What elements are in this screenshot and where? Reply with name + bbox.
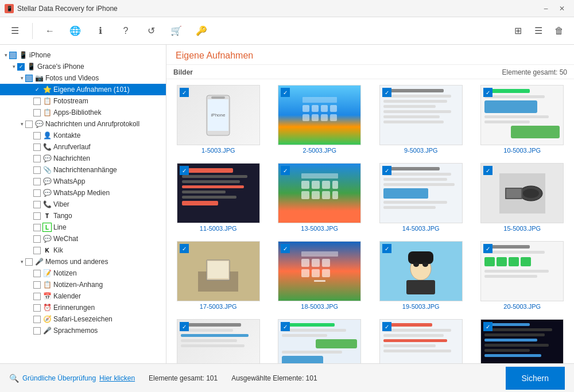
checkbox-device[interactable] [17,63,25,71]
image-thumb[interactable] [278,319,361,363]
item-checkbox[interactable] [382,166,391,175]
sidebar-item-kalender[interactable]: 📅 Kalender [0,290,166,302]
checkbox-safari[interactable] [33,316,41,323]
item-checkbox[interactable] [382,244,391,253]
sidebar-item-kontakte[interactable]: 👤 Kontakte [0,130,166,141]
sidebar-item-wechat[interactable]: 💬 WeChat [0,233,166,244]
sidebar-item-viber[interactable]: 📞 Viber [0,199,166,210]
item-checkbox[interactable] [281,244,290,253]
sidebar-item-eigene-aufnahmen[interactable]: ⭐ Eigene Aufnahmen (101) [0,84,166,95]
checkbox-nachricht[interactable] [33,155,41,162]
search-link[interactable]: Hier klicken [99,374,135,382]
refresh-icon[interactable]: ↺ [143,23,159,39]
sidebar-item-apps-bibliothek[interactable]: 📋 Apps-Bibliothek [0,107,166,118]
image-thumb[interactable] [278,163,361,223]
image-thumb[interactable] [278,241,361,301]
checkbox-wechat[interactable] [33,235,41,243]
checkbox-sprachmemos[interactable] [33,327,41,335]
web-icon[interactable]: 🌐 [67,23,83,39]
help-icon[interactable]: ? [118,23,134,39]
checkbox-kalender[interactable] [33,293,41,300]
item-checkbox[interactable] [483,244,492,253]
image-thumb[interactable] [278,85,361,145]
delete-icon[interactable]: 🗑 [551,23,567,39]
item-checkbox[interactable] [281,322,290,331]
save-button[interactable]: Sichern [506,367,565,390]
cart-icon[interactable]: 🛒 [168,23,184,39]
item-checkbox[interactable] [281,166,290,175]
image-thumb[interactable] [379,241,463,301]
item-checkbox[interactable] [483,166,492,175]
image-thumb[interactable] [177,163,260,223]
sidebar-item-nachrichtenanhange[interactable]: 📎 Nachrichtenanhänge [0,164,166,176]
image-thumb[interactable] [480,85,564,145]
image-thumb[interactable] [379,163,463,223]
checkbox-memos[interactable] [25,258,33,266]
checkbox-fotos[interactable] [25,75,33,82]
back-icon[interactable]: ← [42,23,58,39]
checkbox-kontakte[interactable] [33,132,41,139]
checkbox-whatsapp-medien[interactable] [33,189,41,197]
sidebar-item-fotostream[interactable]: 📋 Fotostream [0,95,166,107]
item-checkbox[interactable] [180,244,189,253]
minimize-button[interactable]: – [538,1,553,16]
checkbox-apps[interactable] [33,109,41,117]
expand-icon-device: ▾ [10,63,17,70]
sidebar-item-kik[interactable]: K Kik [0,244,166,256]
image-thumb[interactable] [379,319,463,363]
checkbox-kik[interactable] [33,247,41,254]
checkbox-anhange[interactable] [33,166,41,174]
checkbox-eigene[interactable] [33,86,41,94]
checkbox-fotostream[interactable] [33,98,41,105]
image-thumb[interactable] [177,319,260,363]
image-thumb[interactable] [480,241,564,301]
checkbox-tango[interactable] [33,212,41,220]
sidebar-item-whatsapp[interactable]: 💬 WhatsApp [0,176,166,187]
sidebar-item-nachrichten-group[interactable]: ▾ 💬 Nachrichten und Anrufprotokoll [0,118,166,130]
grid-view-icon[interactable]: ⊞ [510,23,526,39]
checkbox-nachrichten-group[interactable] [25,121,33,128]
checkbox-whatsapp[interactable] [33,178,41,185]
key-icon[interactable]: 🔑 [193,23,210,39]
sidebar-item-fotos-videos[interactable]: ▾ 📷 Fotos und Videos [0,72,166,84]
sidebar-item-sprachmemos[interactable]: 🎤 Sprachmemos [0,325,166,336]
sidebar-item-erinnerungen[interactable]: ⏰ Erinnerungen [0,302,166,313]
sidebar-item-nachrichten[interactable]: 💬 Nachrichten [0,153,166,164]
item-checkbox[interactable] [281,88,290,97]
sidebar-item-line[interactable]: L Line [0,222,166,233]
close-button[interactable]: ✕ [554,1,569,16]
checkbox-line[interactable] [33,224,41,231]
image-thumb[interactable]: iPhone [177,85,260,145]
checkbox-notizen[interactable] [33,270,41,277]
item-checkbox[interactable] [382,88,391,97]
image-grid-scroll[interactable]: iPhone 1-5003.JPG [166,79,574,363]
image-thumb[interactable] [480,163,564,223]
item-checkbox[interactable] [180,322,189,331]
sidebar-item-safari[interactable]: 🧭 Safari-Lesezeichen [0,313,166,325]
image-thumb[interactable] [480,319,564,363]
sidebar-item-whatsapp-medien[interactable]: 💬 WhatsApp Medien [0,187,166,199]
item-checkbox[interactable] [382,322,391,331]
item-checkbox[interactable] [483,88,492,97]
sidebar-item-iphone[interactable]: ▾ 📱 iPhone [0,49,166,61]
sidebar-item-anrufverlauf[interactable]: 📞 Anrufverlauf [0,141,166,153]
list-view-icon[interactable]: ☰ [530,23,546,39]
checkbox-anruf[interactable] [33,143,41,151]
checkbox-notizen-anhang[interactable] [33,281,41,289]
svg-rect-21 [332,191,338,199]
checkbox-iphone[interactable] [9,52,17,59]
image-thumb[interactable] [379,85,463,145]
sidebar-item-tango[interactable]: T Tango [0,210,166,222]
item-checkbox[interactable] [180,88,189,97]
item-checkbox[interactable] [180,166,189,175]
sidebar-item-notizen[interactable]: 📝 Notizen [0,267,166,279]
sidebar-item-notizen-anhang[interactable]: 📋 Notizen-Anhang [0,279,166,290]
sidebar-item-memos-group[interactable]: ▾ 🎤 Memos und anderes [0,256,166,267]
sidebar-item-device[interactable]: ▾ 📱 Grace's iPhone [0,61,166,72]
image-thumb[interactable] [177,241,260,301]
item-checkbox[interactable] [483,322,492,331]
info-icon[interactable]: ℹ [92,23,108,39]
checkbox-erinnerungen[interactable] [33,304,41,312]
checkbox-viber[interactable] [33,201,41,208]
menu-icon[interactable]: ☰ [7,23,23,39]
